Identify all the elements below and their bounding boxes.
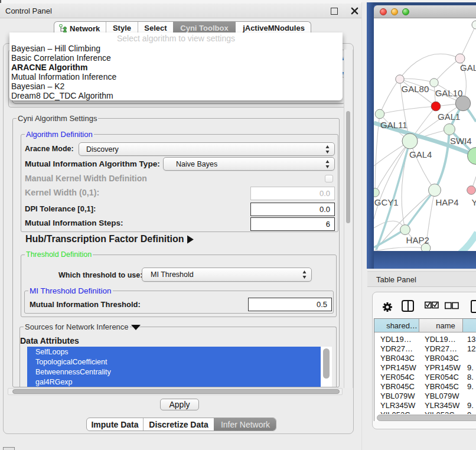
svg-text:GAL80: GAL80 bbox=[402, 84, 429, 94]
svg-text:GAL11: GAL11 bbox=[380, 120, 407, 130]
svg-text:HAP4: HAP4 bbox=[436, 197, 459, 207]
svg-text:Y: Y bbox=[472, 197, 476, 207]
svg-text:GAL: GAL bbox=[460, 63, 476, 73]
svg-text:HAP2: HAP2 bbox=[406, 235, 429, 245]
svg-text:GCY1: GCY1 bbox=[374, 197, 399, 207]
svg-text:GAL1: GAL1 bbox=[438, 112, 460, 122]
svg-text:GAL10: GAL10 bbox=[435, 88, 463, 98]
svg-text:SWI4: SWI4 bbox=[450, 136, 472, 146]
svg-text:GAL4: GAL4 bbox=[409, 149, 432, 159]
